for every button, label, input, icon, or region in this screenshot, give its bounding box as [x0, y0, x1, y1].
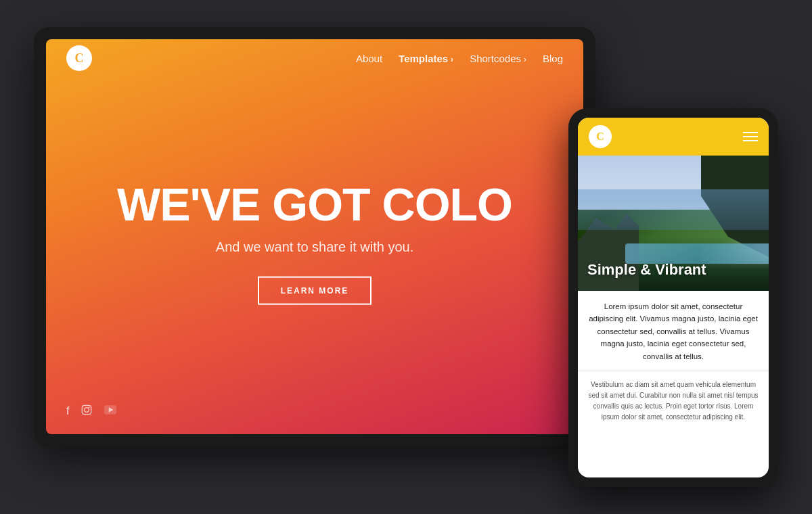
- hamburger-menu[interactable]: [743, 132, 758, 141]
- tablet-subheadline: And we want to share it with you.: [87, 239, 543, 255]
- instagram-icon[interactable]: [81, 404, 92, 418]
- hamburger-line-2: [743, 136, 758, 137]
- hamburger-line-1: [743, 132, 758, 133]
- tablet-nav: C About Templates Shortcodes Blog: [46, 39, 583, 77]
- phone-hero-image: Simple & Vibrant: [578, 156, 769, 291]
- svg-point-2: [89, 406, 90, 408]
- tablet-social: f: [66, 404, 116, 418]
- phone-content: Lorem ipsum dolor sit amet, consectetur …: [578, 291, 769, 477]
- phone-nav: C: [578, 118, 769, 156]
- svg-rect-0: [83, 405, 91, 414]
- scene: C About Templates Shortcodes Blog WE'VE …: [34, 27, 778, 487]
- phone-screen: C Simple & Vibrant Lorem ipsum dolor sit…: [578, 118, 769, 477]
- phone-hero-title: Simple & Vibrant: [587, 261, 706, 279]
- youtube-icon[interactable]: [104, 405, 116, 417]
- phone-device: C Simple & Vibrant Lorem ipsum dolor sit…: [568, 108, 778, 487]
- nav-about[interactable]: About: [356, 53, 382, 64]
- hamburger-line-3: [743, 140, 758, 141]
- tablet-hero: WE'VE GOT COLO And we want to share it w…: [46, 181, 583, 305]
- phone-secondary-text: Vestibulum ac diam sit amet quam vehicul…: [587, 379, 759, 423]
- nav-blog[interactable]: Blog: [543, 53, 563, 64]
- svg-point-1: [85, 408, 89, 413]
- rock-right: [701, 156, 769, 257]
- tablet-nav-links: About Templates Shortcodes Blog: [356, 53, 563, 64]
- tablet-screen: C About Templates Shortcodes Blog WE'VE …: [46, 39, 583, 434]
- facebook-icon[interactable]: f: [66, 405, 69, 417]
- phone-logo[interactable]: C: [589, 125, 612, 148]
- nav-templates[interactable]: Templates: [399, 53, 453, 64]
- phone-primary-text: Lorem ipsum dolor sit amet, consectetur …: [587, 300, 759, 363]
- tablet-headline: WE'VE GOT COLO: [87, 181, 543, 227]
- tablet-device: C About Templates Shortcodes Blog WE'VE …: [34, 27, 595, 446]
- learn-more-button[interactable]: LEARN MORE: [258, 277, 372, 305]
- nav-shortcodes[interactable]: Shortcodes: [470, 53, 526, 64]
- phone-divider: [578, 371, 769, 371]
- tablet-logo[interactable]: C: [66, 45, 92, 71]
